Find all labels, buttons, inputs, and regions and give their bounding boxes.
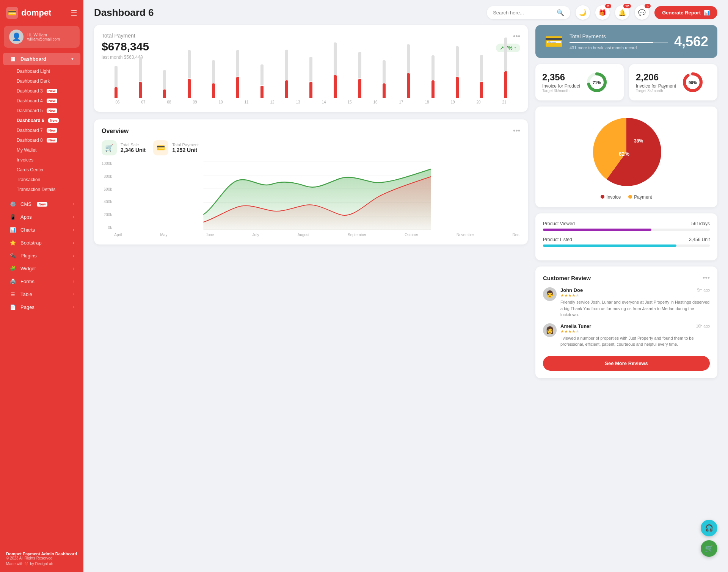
main-content: Dashboard 6 🔍 🌙 🎁 2 🔔 12 💬 5 Generate Re… [83, 0, 728, 572]
dashboard-icon: ▦ [9, 56, 17, 62]
total-payment-amount: $678,345 [102, 40, 149, 53]
invoice-payment-value: 2,206 [636, 72, 676, 83]
product-listed-value: 3,456 Unit [689, 237, 710, 242]
total-sale-value: 2,346 Unit [121, 147, 146, 153]
sidebar-item-dashboard-6[interactable]: Dashboard 6 New [0, 116, 83, 125]
sidebar-item-invoices[interactable]: Invoices [0, 155, 83, 165]
total-payment-overview-icon: 💳 [153, 140, 168, 155]
pie-legend: Invoice Payment [601, 194, 652, 200]
nav-bootstrap[interactable]: ⭐Bootstrap › [3, 237, 80, 249]
customer-review-card: Customer Review ••• 👨 John Doe 5m ago ★★… [535, 266, 717, 378]
total-payment-card: Total Payment $678,345 last month $563,4… [94, 25, 528, 112]
heart-icon: ❤️ [24, 562, 29, 566]
sidebar-item-transaction-details[interactable]: Transaction Details [0, 185, 83, 194]
see-more-reviews-button[interactable]: See More Reviews [543, 356, 710, 371]
nav-plugins[interactable]: 🔌Plugins › [3, 249, 80, 262]
review-item-2: 👩 Amelia Tuner 10h ago ★★★★★ I viewed a … [543, 323, 710, 348]
logo-icon: 💳 [6, 7, 18, 19]
review-more-icon[interactable]: ••• [703, 274, 710, 282]
overview-title: Overview [102, 128, 129, 135]
notifications-button[interactable]: 🔔 12 [615, 5, 629, 20]
review-time-1: 5m ago [697, 288, 710, 292]
sidebar-header: 💳 dompet ☰ [0, 0, 83, 26]
review-time-2: 10h ago [696, 324, 710, 328]
left-column: Total Payment $678,345 last month $563,4… [94, 25, 528, 378]
nav-charts[interactable]: 📊Charts › [3, 224, 80, 236]
nav-groups: ⚙️CMSNew › 📱Apps › 📊Charts › ⭐Bootstrap … [0, 197, 83, 314]
product-viewed-progress [543, 229, 710, 231]
blue-card-progress [570, 42, 668, 43]
review-stars-2: ★★★★★ [560, 329, 710, 334]
nav-cms[interactable]: ⚙️CMSNew › [3, 198, 80, 210]
user-email: william@gmail.com [27, 37, 60, 41]
blue-card-sub: 431 more to break last month record [570, 45, 668, 50]
avatar: 👤 [9, 30, 24, 44]
plugins-arrow-icon: › [73, 254, 74, 258]
nav-dashboard[interactable]: ▦ Dashboard ▼ [3, 53, 80, 65]
hamburger-button[interactable]: ☰ [71, 8, 77, 17]
reviewer-avatar-1: 👨 [543, 287, 557, 301]
generate-report-button[interactable]: Generate Report 📊 [654, 6, 717, 19]
review-text-1: Friendly service Josh, Lunar and everyon… [560, 299, 710, 318]
user-profile: 👤 Hi, William william@gmail.com [4, 26, 80, 48]
nav-forms[interactable]: 🖨️Forms › [3, 275, 80, 288]
theme-toggle-button[interactable]: 🌙 [576, 5, 590, 20]
product-viewed-label: Product Viewed [543, 221, 575, 226]
overview-card: Overview ••• 🛒 Total Sale 2,346 Unit [94, 119, 528, 244]
reviewer-avatar-2: 👩 [543, 323, 557, 337]
forms-arrow-icon: › [73, 279, 74, 284]
support-fab-button[interactable]: 🎧 [701, 520, 717, 536]
bar-chart: 06070809101112131415161718192021 [102, 60, 520, 104]
nav-widget[interactable]: 🧩Widget › [3, 262, 80, 275]
nav-pages[interactable]: 📄Pages › [3, 301, 80, 313]
blue-payments-card: 💳 Total Payments 431 more to break last … [535, 25, 717, 58]
cart-fab-button[interactable]: 🛒 [701, 540, 717, 557]
bootstrap-arrow-icon: › [73, 241, 74, 245]
sidebar-item-dashboard-4[interactable]: Dashboard 4 New [0, 96, 83, 106]
sidebar-item-transaction[interactable]: Transaction [0, 175, 83, 185]
sidebar-item-dashboard-dark[interactable]: Dashboard Dark [0, 76, 83, 86]
svg-text:38%: 38% [634, 138, 643, 144]
topbar: Dashboard 6 🔍 🌙 🎁 2 🔔 12 💬 5 Generate Re… [83, 0, 728, 25]
area-chart-container: 1000k 800k 600k 400k 200k 0k [102, 161, 520, 237]
sidebar-item-dashboard-7[interactable]: Dashboard 7 New [0, 125, 83, 135]
arrow-icon: ▼ [71, 57, 74, 61]
nav-table[interactable]: ☰Table › [3, 288, 80, 301]
svg-text:90%: 90% [689, 80, 697, 85]
reviewer-name-1: John Doe [560, 287, 583, 293]
gift-badge: 2 [605, 4, 611, 8]
sidebar-item-dashboard-3[interactable]: Dashboard 3 New [0, 86, 83, 96]
search-box[interactable]: 🔍 [487, 6, 570, 19]
search-input[interactable] [493, 10, 554, 16]
svg-text:62%: 62% [619, 151, 630, 157]
sidebar-item-dashboard-8[interactable]: Dashboard 8 New [0, 135, 83, 145]
apps-arrow-icon: › [73, 215, 74, 219]
sidebar: 💳 dompet ☰ 👤 Hi, William william@gmail.c… [0, 0, 83, 572]
sidebar-item-my-wallet[interactable]: My Wallet [0, 145, 83, 155]
blue-card-value: 4,562 [674, 34, 708, 50]
area-chart-svg [114, 161, 520, 230]
dashboard-content: Total Payment $678,345 last month $563,4… [83, 25, 728, 572]
review-item: 👨 John Doe 5m ago ★★★★★ Friendly service… [543, 287, 710, 318]
product-listed-metric: Product Listed 3,456 Unit [543, 237, 710, 247]
product-viewed-value: 561/days [691, 221, 710, 226]
messages-badge: 5 [645, 4, 651, 8]
overview-more-icon[interactable]: ••• [513, 127, 520, 135]
sidebar-item-cards-center[interactable]: Cards Center [0, 165, 83, 175]
user-greeting: Hi, William [27, 33, 60, 37]
sidebar-item-dashboard-5[interactable]: Dashboard 5 New [0, 106, 83, 116]
topbar-right: 🔍 🌙 🎁 2 🔔 12 💬 5 Generate Report 📊 [487, 5, 717, 20]
sidebar-item-dashboard-light[interactable]: Dashboard Light [0, 66, 83, 76]
invoice-payment-target: Target 3k/month [636, 89, 676, 93]
wallet-icon: 💳 [544, 33, 563, 50]
review-stars-1: ★★★★★ [560, 293, 710, 298]
messages-button[interactable]: 💬 5 [635, 5, 649, 20]
review-text-2: I viewed a number of properties with Jus… [560, 335, 710, 348]
dashboard-submenu: Dashboard Light Dashboard Dark Dashboard… [0, 66, 83, 196]
gift-button[interactable]: 🎁 2 [595, 5, 610, 20]
nav-apps[interactable]: 📱Apps › [3, 211, 80, 223]
chart-bar-icon: 📊 [704, 10, 710, 16]
table-arrow-icon: › [73, 292, 74, 296]
invoice-product-target: Target 3k/month [542, 89, 580, 93]
right-column: 💳 Total Payments 431 more to break last … [535, 25, 717, 378]
